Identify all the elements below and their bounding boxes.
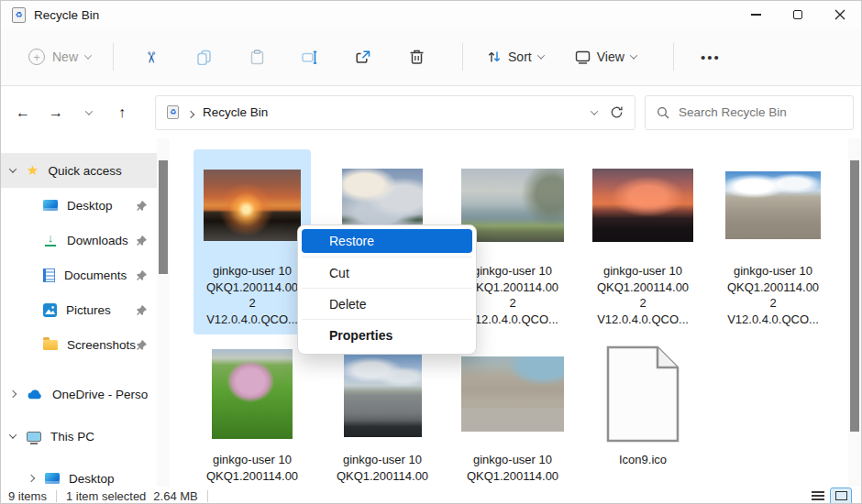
- new-button[interactable]: + New: [21, 43, 98, 71]
- items-count: 9 items: [8, 489, 47, 503]
- sidebar-item-documents[interactable]: Documents: [1, 257, 157, 292]
- up-button[interactable]: ↑: [109, 100, 135, 126]
- window-controls: [735, 1, 861, 28]
- red-sunset-thumbnail: [592, 169, 693, 242]
- context-menu-item-delete[interactable]: Delete: [302, 288, 472, 319]
- title-bar: ♻ Recycle Bin: [1, 1, 861, 28]
- desktop-icon: [43, 200, 58, 211]
- sidebar-item-label: This PC: [50, 430, 94, 444]
- recent-locations-button[interactable]: [76, 100, 102, 126]
- chevron-right-icon[interactable]: [28, 475, 35, 482]
- address-bar[interactable]: ♻ Recycle Bin: [155, 95, 635, 130]
- breadcrumb-chevron-icon: [188, 104, 193, 121]
- details-view-toggle[interactable]: [812, 491, 824, 500]
- context-menu-item-cut[interactable]: Cut: [302, 257, 472, 288]
- file-tile[interactable]: ginkgo-user 10QKQ1.200114.00 2V12.0.4.0.…: [193, 149, 311, 334]
- window-title: Recycle Bin: [34, 8, 99, 22]
- toolbar-divider: [113, 43, 114, 71]
- file-tile[interactable]: ginkgo-user 10QKQ1.200114.00 2V12.0.4.0.…: [454, 338, 571, 487]
- copy-icon: [196, 49, 212, 65]
- star-icon: ★: [27, 162, 39, 179]
- sidebar-scrollbar-thumb[interactable]: [159, 160, 168, 274]
- search-input[interactable]: [679, 105, 842, 119]
- pin-icon[interactable]: [136, 304, 148, 316]
- pin-icon[interactable]: [136, 235, 148, 247]
- file-tile[interactable]: ginkgo-user 10QKQ1.200114.00 2V12.0.4.0.…: [584, 149, 702, 334]
- thumbnail-view-toggle[interactable]: [830, 488, 852, 504]
- paste-button[interactable]: [235, 38, 279, 75]
- sort-icon: [487, 49, 502, 64]
- delete-button[interactable]: [394, 38, 438, 75]
- file-name: ginkgo-user 10QKQ1.200114.00 2V12.0.4.0.…: [327, 452, 437, 485]
- downloads-icon: ↓: [43, 234, 58, 246]
- sidebar-item-quick-access[interactable]: ★ Quick access: [1, 153, 157, 188]
- chevron-down-icon: [85, 107, 93, 115]
- file-name: Icon9.ico: [588, 452, 698, 468]
- file-tile[interactable]: ginkgo-user 10QKQ1.200114.00 2V12.0.4.0.…: [324, 338, 441, 487]
- sidebar-item-label: Pictures: [66, 303, 111, 317]
- refresh-icon[interactable]: [610, 105, 624, 119]
- sidebar-item-label: OneDrive - Perso: [52, 388, 148, 401]
- minimize-icon: [751, 14, 761, 15]
- breadcrumb-recycle-bin[interactable]: Recycle Bin: [203, 105, 268, 119]
- sort-button[interactable]: Sort: [478, 42, 553, 71]
- maximize-button[interactable]: [777, 1, 819, 28]
- search-box[interactable]: [645, 95, 854, 130]
- sidebar-item-onedrive[interactable]: OneDrive - Perso: [1, 377, 157, 411]
- sidebar-scrollbar[interactable]: [157, 138, 170, 487]
- navigation-pane: ★ Quick access Desktop ↓ Downloads Docum…: [1, 138, 157, 487]
- this-pc-icon: [27, 432, 41, 442]
- rename-button[interactable]: [288, 38, 332, 75]
- sunset-over-road-thumbnail: [204, 170, 301, 241]
- chevron-down-icon: [536, 51, 544, 59]
- cut-button[interactable]: ✂: [128, 38, 172, 75]
- pin-icon[interactable]: [136, 339, 148, 351]
- selection-size: 2.64 MB: [153, 489, 197, 503]
- sidebar-item-label: Screenshots: [67, 338, 136, 352]
- file-tile[interactable]: ginkgo-user 10QKQ1.200114.00 2V12.0.4.0.…: [193, 338, 311, 487]
- sidebar-item-label: Desktop: [67, 199, 113, 213]
- beach-sand-thumbnail: [725, 171, 821, 239]
- forward-button[interactable]: →: [43, 100, 69, 126]
- ico-file-icon: [606, 345, 680, 443]
- paste-icon: [249, 49, 265, 65]
- sidebar-item-label: Downloads: [67, 234, 128, 247]
- file-list: ginkgo-user 10QKQ1.200114.00 2V12.0.4.0.…: [170, 138, 848, 487]
- view-button[interactable]: View: [566, 42, 646, 71]
- sidebar-item-this-pc-desktop[interactable]: Desktop: [1, 461, 157, 487]
- sidebar-item-pictures[interactable]: Pictures: [1, 292, 157, 327]
- sidebar-item-this-pc[interactable]: This PC: [1, 419, 157, 454]
- context-menu-item-restore[interactable]: Restore: [302, 229, 472, 253]
- chevron-right-icon[interactable]: [9, 390, 17, 398]
- chevron-down-icon[interactable]: [9, 431, 17, 438]
- view-button-label: View: [597, 49, 624, 64]
- file-list-scrollbar-thumb[interactable]: [850, 160, 859, 432]
- toolbar-divider: [673, 43, 674, 71]
- country-road-thumbnail: [344, 351, 422, 437]
- sidebar-item-desktop[interactable]: Desktop: [1, 188, 157, 223]
- sidebar-item-downloads[interactable]: ↓ Downloads: [1, 223, 157, 257]
- folder-icon: [43, 340, 58, 350]
- close-button[interactable]: [819, 1, 861, 28]
- context-menu-item-properties[interactable]: Properties: [302, 319, 472, 350]
- sidebar-item-screenshots[interactable]: Screenshots: [1, 327, 157, 362]
- address-dropdown-icon[interactable]: [591, 107, 598, 115]
- chevron-down-icon[interactable]: [9, 165, 17, 172]
- pin-icon[interactable]: [136, 269, 148, 281]
- maximize-icon: [793, 10, 802, 19]
- file-tile[interactable]: ginkgo-user 10QKQ1.200114.00 2V12.0.4.0.…: [714, 149, 832, 334]
- share-button[interactable]: [341, 38, 385, 75]
- navigation-bar: ← → ↑ ♻ Recycle Bin: [1, 86, 861, 138]
- file-name: ginkgo-user 10QKQ1.200114.00 2V12.0.4.0.…: [718, 263, 828, 327]
- forward-arrow-icon: →: [49, 104, 63, 121]
- minimize-button[interactable]: [735, 1, 777, 28]
- see-more-button[interactable]: •••: [689, 38, 733, 75]
- file-list-scrollbar[interactable]: [848, 138, 861, 487]
- close-icon: [834, 9, 845, 20]
- plus-icon: +: [28, 49, 45, 65]
- pin-icon[interactable]: [136, 200, 148, 212]
- file-tile[interactable]: Icon9.ico: [584, 338, 702, 487]
- copy-button[interactable]: [182, 38, 226, 75]
- file-name: ginkgo-user 10QKQ1.200114.00 2V12.0.4.0.…: [197, 263, 307, 327]
- back-button[interactable]: ←: [10, 100, 36, 126]
